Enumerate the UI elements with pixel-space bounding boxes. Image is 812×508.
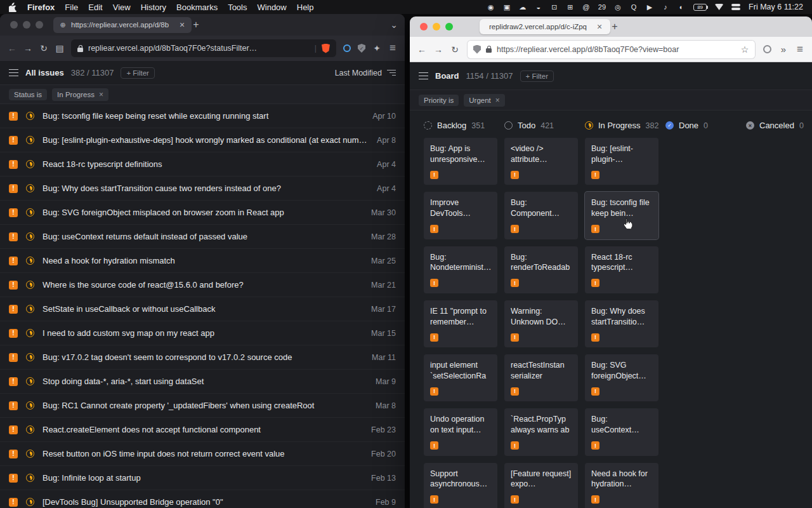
issue-row[interactable]: Bug: Infinite loop at startup Feb 13 [0,466,405,490]
browser-tab[interactable]: replidraw2.vercel.app/d/c-iZpq [480,19,610,34]
add-filter-button[interactable]: + Filter [520,70,554,82]
minimize-window-button[interactable] [23,21,30,29]
reader-icon[interactable] [343,44,351,52]
board-card[interactable]: Improve DevTools… [424,192,497,239]
issue-row[interactable]: Bug: tsconfig file keep being reset whil… [0,104,405,128]
window-controls[interactable] [10,21,43,29]
menubar-menu[interactable]: View [113,3,131,12]
zoom-window-button[interactable] [36,21,43,29]
board-card[interactable]: Need a hook for hydration… [585,463,658,508]
cloud-icon[interactable]: ☁ [519,3,527,11]
close-window-button[interactable] [420,23,428,30]
wifi-icon[interactable] [715,4,723,10]
menubar-menu[interactable]: File [65,3,78,12]
board-card[interactable]: Bug: tsconfig file keep bein… [585,192,658,239]
sidebar-toggle-icon[interactable] [419,72,428,80]
board-card[interactable]: Bug: Why does startTransitio… [585,300,658,347]
status-in-progress-icon[interactable] [26,305,34,313]
status-in-progress-icon[interactable] [26,160,34,168]
board-card[interactable]: Bug: Nondeterminist… [424,246,497,293]
reload-icon[interactable] [450,44,459,55]
tab-overview-icon[interactable] [390,20,398,30]
issue-row[interactable]: Where is the source code of react@15.6.0… [0,273,405,297]
window-controls[interactable] [420,23,453,30]
issue-row[interactable]: React.createElement does not accept func… [0,418,405,442]
issue-list[interactable]: Bug: tsconfig file keep being reset whil… [0,104,405,508]
board-card[interactable]: <video /> attribute… [504,138,578,185]
chevrons-icon[interactable] [779,44,788,55]
status-in-progress-icon[interactable] [26,353,34,361]
menubar-menu[interactable]: History [141,3,166,12]
issue-row[interactable]: Bug: [eslint-plugin-exhaustive-deps] hoo… [0,128,405,152]
status-in-progress-icon[interactable] [26,281,34,289]
issue-row[interactable]: Bug: RC1 Cannot create property '_update… [0,394,405,418]
status-in-progress-icon[interactable] [26,232,34,241]
forward-icon[interactable] [434,44,443,55]
browser-tab[interactable]: https://repliear.vercel.app/d/8b [53,17,192,33]
board-card[interactable]: Bug: Component… [504,192,578,239]
status-in-progress-icon[interactable] [26,257,34,265]
brave-shield-icon[interactable] [322,44,330,53]
board-card[interactable]: Undo operation on text input… [424,408,497,455]
status-in-progress-icon[interactable] [26,498,34,506]
board-card[interactable]: [Feature request] expo… [504,463,578,508]
permissions-icon[interactable] [763,45,771,53]
status-in-progress-icon[interactable] [26,208,34,217]
volume-icon[interactable]: ♪ [662,3,669,11]
add-filter-button[interactable]: + Filter [121,67,154,79]
sidebar-toggle-icon[interactable] [9,69,18,77]
menubar-menu[interactable]: Help [297,3,314,12]
new-tab-icon[interactable] [610,21,619,32]
menu-icon[interactable] [796,43,804,56]
url-bar[interactable]: repliear.vercel.app/d/8bTaoq7F0e?statusF… [71,39,336,57]
mention-icon[interactable]: @ [582,3,590,11]
status-in-progress-icon[interactable] [26,112,34,120]
issue-row[interactable]: Stop doing data-*, aria-*, start using d… [0,370,405,394]
board-card[interactable]: React 18-rc typescript… [585,246,658,293]
issue-row[interactable]: Reset button on iOS time input does not … [0,442,405,466]
issue-row[interactable]: Bug: v17.0.2 tag doesn't seem to corresp… [0,345,405,370]
back-icon[interactable] [8,43,16,53]
tab-close-icon[interactable] [178,20,187,30]
issue-row[interactable]: React 18-rc typescript definitions Apr 4 [0,152,405,177]
issue-row[interactable]: Bug: SVG foreignObject misplaced on brow… [0,201,405,225]
filter-value-chip[interactable]: In Progress [52,88,108,101]
board-card[interactable]: Warning: Unknown DO… [504,300,578,347]
issue-row[interactable]: Need a hook for hydration mismatch Mar 2… [0,249,405,273]
reload-icon[interactable] [39,43,48,53]
board-card[interactable]: Support asynchronous… [424,463,497,508]
board-card[interactable]: reactTestInstan serializer [504,354,578,401]
tab-close-icon[interactable] [595,22,604,32]
remove-filter-icon[interactable] [495,96,500,105]
menubar-menu[interactable]: Edit [88,3,102,12]
close-window-button[interactable] [10,21,18,29]
star-icon[interactable] [740,44,749,55]
filter-field-chip[interactable]: Priority is [419,95,459,106]
status-in-progress-icon[interactable] [26,401,34,410]
issue-row[interactable]: I need to add custom svg map on my react… [0,321,405,345]
status-in-progress-icon[interactable] [26,450,34,458]
new-tab-icon[interactable] [192,19,200,30]
back-icon[interactable] [417,44,426,55]
issue-row[interactable]: Bug: Why does startTransition cause two … [0,177,405,201]
board-card[interactable]: Bug: [eslint-plugin-… [585,138,658,185]
battery-icon[interactable]: 89 [693,4,707,11]
zoom-window-button[interactable] [445,23,453,30]
controller-icon[interactable]: ◎ [614,3,622,11]
status-in-progress-icon[interactable] [26,474,34,482]
menubar-menu[interactable]: Bookmarks [176,3,218,12]
board-card[interactable]: Bug: App is unresponsive… [424,138,497,185]
shield-check-icon[interactable] [358,44,365,53]
menu-icon[interactable] [388,42,397,55]
window-layout-icon[interactable]: ⊞ [566,3,574,11]
beverage-icon[interactable]: ◒ [535,3,542,11]
minimize-window-button[interactable] [433,23,440,30]
docker-icon[interactable]: ⊡ [551,3,558,11]
control-center-icon[interactable] [731,4,740,10]
status-in-progress-icon[interactable] [26,329,34,337]
issue-row[interactable]: Bug: useContext returns default instead … [0,225,405,249]
menubar-app-name[interactable]: Firefox [27,3,55,12]
tracking-protection-icon[interactable] [473,45,481,54]
date-badge-icon[interactable]: 29 [598,3,606,11]
issue-row[interactable]: SetState in useCallback or without useCa… [0,297,405,321]
